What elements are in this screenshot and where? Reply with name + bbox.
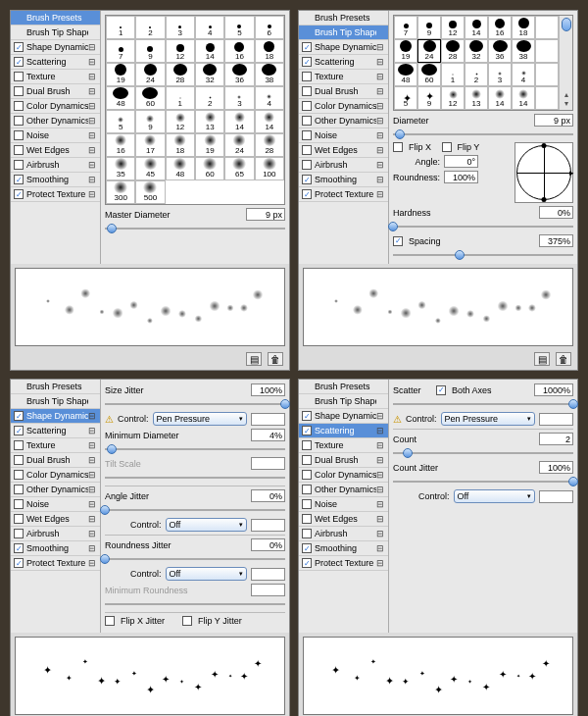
brush-cell[interactable]: 19	[195, 133, 224, 157]
sidebar-item-color-dynamics[interactable]: Color Dynamics⊟	[11, 99, 100, 114]
brush-cell[interactable]: 3	[488, 63, 512, 86]
sidebar-item-airbrush[interactable]: Airbrush⊟	[11, 158, 100, 173]
diameter-input[interactable]	[534, 114, 573, 127]
option-checkbox[interactable]	[302, 514, 312, 524]
option-checkbox[interactable]	[302, 470, 312, 480]
brush-cell[interactable]: 17	[135, 133, 165, 157]
brush-cell[interactable]: 14	[512, 86, 535, 110]
brush-cell[interactable]: 24	[224, 133, 254, 157]
brush-cell[interactable]: 36	[488, 39, 512, 63]
brush-cell[interactable]: 5	[106, 110, 135, 133]
brush-preset-grid[interactable]: 1234567912141618192428323638486012345912…	[105, 15, 285, 205]
scatter-slider[interactable]	[393, 399, 573, 409]
brush-cell[interactable]: 16	[106, 133, 135, 157]
option-checkbox[interactable]: ✓	[302, 411, 312, 421]
sidebar-item-dual-brush[interactable]: Dual Brush⊟	[11, 453, 100, 468]
brush-cell[interactable]: 19	[106, 63, 135, 86]
sidebar-item-smoothing[interactable]: ✓Smoothing⊟	[11, 173, 100, 187]
brush-cell[interactable]: 13	[465, 86, 488, 110]
sidebar-item-protect-texture[interactable]: ✓Protect Texture⊟	[299, 187, 388, 202]
size-jitter-slider[interactable]	[105, 399, 285, 409]
option-checkbox[interactable]: ✓	[302, 42, 312, 52]
count-control-dropdown[interactable]: Off▾	[454, 489, 535, 503]
spacing-input[interactable]	[539, 234, 573, 247]
option-checkbox[interactable]	[14, 499, 24, 509]
option-checkbox[interactable]	[302, 101, 312, 111]
sidebar-item-smoothing[interactable]: ✓Smoothing⊟	[299, 173, 388, 187]
brush-cell[interactable]: 16	[224, 39, 254, 63]
option-checkbox[interactable]	[302, 485, 312, 494]
option-checkbox[interactable]	[302, 145, 312, 155]
sidebar-item-brush-tip-shape[interactable]: Brush Tip Shape	[11, 26, 100, 40]
option-checkbox[interactable]: ✓	[302, 189, 312, 199]
new-preset-icon[interactable]: ▤	[246, 352, 262, 366]
sidebar-item-shape-dynamics[interactable]: ✓Shape Dynamics⊟	[299, 40, 388, 55]
sidebar-item-other-dynamics[interactable]: Other Dynamics⊟	[11, 114, 100, 128]
sidebar-item-brush-tip-shape[interactable]: Brush Tip Shape	[11, 394, 100, 409]
sidebar-item-color-dynamics[interactable]: Color Dynamics⊟	[299, 99, 388, 114]
sidebar-item-smoothing[interactable]: ✓Smoothing⊟	[299, 541, 388, 556]
trash-icon[interactable]: 🗑	[556, 352, 571, 366]
brush-cell[interactable]: 13	[195, 110, 224, 133]
count-input[interactable]	[539, 433, 573, 445]
sidebar-item-texture[interactable]: Texture⊟	[299, 70, 388, 84]
brush-cell[interactable]	[535, 16, 559, 39]
sidebar-item-shape-dynamics[interactable]: ✓Shape Dynamics⊟	[11, 409, 100, 424]
angle-widget[interactable]: ▸	[514, 142, 573, 203]
option-checkbox[interactable]: ✓	[14, 543, 24, 553]
brush-cell[interactable]: 14	[255, 110, 284, 133]
option-checkbox[interactable]	[302, 499, 312, 509]
option-checkbox[interactable]: ✓	[14, 57, 24, 67]
angle-control-dropdown[interactable]: Off▾	[166, 518, 247, 532]
sidebar-item-other-dynamics[interactable]: Other Dynamics⊟	[11, 483, 100, 497]
option-checkbox[interactable]	[14, 529, 24, 538]
brush-cell[interactable]: 32	[465, 39, 488, 63]
sidebar-item-brush-presets[interactable]: Brush Presets	[299, 11, 388, 26]
roundness-input[interactable]	[444, 171, 478, 183]
option-checkbox[interactable]	[302, 455, 312, 465]
sidebar-item-scattering[interactable]: ✓Scattering⊟	[11, 424, 100, 438]
sidebar-item-texture[interactable]: Texture⊟	[299, 438, 388, 453]
sidebar-item-wet-edges[interactable]: Wet Edges⊟	[299, 143, 388, 158]
option-checkbox[interactable]: ✓	[302, 175, 312, 184]
brush-cell[interactable]: 24	[417, 39, 441, 63]
sidebar-item-protect-texture[interactable]: ✓Protect Texture⊟	[299, 556, 388, 571]
sidebar-item-airbrush[interactable]: Airbrush⊟	[11, 527, 100, 541]
master-diameter-slider[interactable]	[105, 224, 285, 233]
count-jitter-slider[interactable]	[393, 477, 573, 486]
sidebar-item-noise[interactable]: Noise⊟	[11, 128, 100, 143]
sidebar-item-brush-presets[interactable]: Brush Presets	[11, 380, 100, 394]
option-checkbox[interactable]: ✓	[302, 558, 312, 568]
flipy-jitter-checkbox[interactable]	[182, 616, 192, 626]
brush-cell[interactable]: 100	[255, 157, 284, 180]
spacing-checkbox[interactable]: ✓	[393, 236, 403, 246]
brush-cell[interactable]: 2	[465, 63, 488, 86]
brush-cell[interactable]: 18	[255, 39, 284, 63]
option-checkbox[interactable]	[14, 145, 24, 155]
brush-cell[interactable]: 2	[195, 86, 224, 110]
brush-cell[interactable]: 14	[465, 16, 488, 39]
min-diameter-slider[interactable]	[105, 444, 285, 454]
brush-cell[interactable]: 1	[441, 63, 465, 86]
sidebar-item-wet-edges[interactable]: Wet Edges⊟	[11, 512, 100, 527]
brush-cell[interactable]: 1	[166, 86, 195, 110]
sidebar-item-dual-brush[interactable]: Dual Brush⊟	[299, 84, 388, 99]
sidebar-item-airbrush[interactable]: Airbrush⊟	[299, 527, 388, 541]
flipx-checkbox[interactable]	[393, 142, 403, 152]
option-checkbox[interactable]: ✓	[302, 543, 312, 553]
sidebar-item-wet-edges[interactable]: Wet Edges⊟	[299, 512, 388, 527]
brush-cell[interactable]: 45	[135, 157, 165, 180]
roundness-jitter-input[interactable]	[251, 538, 285, 551]
brush-cell[interactable]: 3	[224, 86, 254, 110]
diameter-slider[interactable]	[393, 129, 573, 139]
option-checkbox[interactable]	[302, 116, 312, 126]
option-checkbox[interactable]	[302, 440, 312, 450]
flipx-jitter-checkbox[interactable]	[105, 616, 115, 626]
brush-cell[interactable]: 4	[195, 16, 224, 39]
brush-cell[interactable]: 65	[224, 157, 254, 180]
brush-cell[interactable]	[535, 63, 559, 86]
brush-cell[interactable]: 38	[512, 39, 535, 63]
option-checkbox[interactable]	[302, 130, 312, 140]
sidebar-item-texture[interactable]: Texture⊟	[11, 438, 100, 453]
option-checkbox[interactable]	[14, 72, 24, 81]
